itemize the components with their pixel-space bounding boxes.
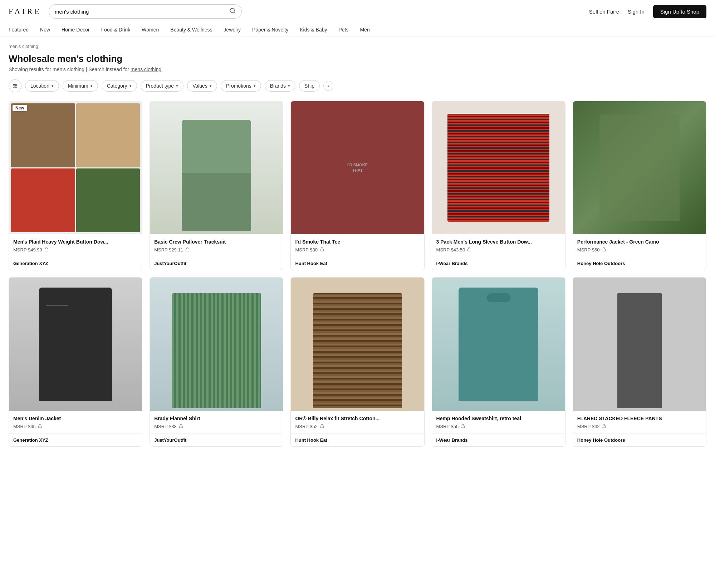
product-card[interactable]: Basic Crew Pullover Tracksuit MSRP $29.1… xyxy=(150,101,283,270)
product-name: 3 Pack Men's Long Sleeve Button Dow... xyxy=(436,239,561,245)
svg-rect-12 xyxy=(602,249,606,251)
nav-jewelry[interactable]: Jewelry xyxy=(224,27,241,33)
product-image xyxy=(432,101,565,234)
product-info: OR® Billy Relax fit Stretch Cotton... MS… xyxy=(291,411,424,433)
header-links: Sell on Faire Sign In Sign Up to Shop xyxy=(589,5,706,18)
product-msrp: MSRP $42 xyxy=(577,424,702,429)
filter-brands[interactable]: Brands ▾ xyxy=(265,80,295,92)
lock-icon xyxy=(461,424,465,429)
product-brand: Honey Hole Outdoors xyxy=(573,257,706,270)
breadcrumb: men's clothing xyxy=(9,44,706,49)
chevron-down-icon: ▾ xyxy=(90,84,93,88)
lock-icon xyxy=(320,247,324,253)
product-card[interactable]: Performance Jacket - Green Camo MSRP $60… xyxy=(573,101,706,270)
lock-icon xyxy=(179,424,183,429)
chevron-down-icon: ▾ xyxy=(288,84,290,88)
svg-line-1 xyxy=(234,12,235,13)
product-info: Brady Flannel Shirt MSRP $38 xyxy=(150,411,283,433)
nav-paper[interactable]: Paper & Novelty xyxy=(252,27,288,33)
nav-home-decor[interactable]: Home Decor xyxy=(62,27,90,33)
chevron-down-icon: ▾ xyxy=(129,84,132,88)
product-card[interactable]: New Men's Plaid Heavy Weight Button Dow.… xyxy=(9,101,142,270)
product-image: New xyxy=(9,101,142,234)
product-card[interactable]: Hemp Hooded Sweatshirt, retro teal MSRP … xyxy=(432,277,565,446)
product-brand: Generation XYZ xyxy=(9,257,142,270)
product-brand: I-Wear Brands xyxy=(432,257,565,270)
filter-product-type[interactable]: Product type ▾ xyxy=(141,80,184,92)
site-logo: FAIRE xyxy=(9,7,41,16)
product-info: 3 Pack Men's Long Sleeve Button Dow... M… xyxy=(432,234,565,257)
svg-rect-10 xyxy=(320,249,324,251)
svg-rect-16 xyxy=(461,426,465,428)
chevron-down-icon: ▾ xyxy=(52,84,54,88)
product-brand: Generation XYZ xyxy=(9,433,142,446)
nav-featured[interactable]: Featured xyxy=(9,27,29,33)
filter-minimum[interactable]: Minimum ▾ xyxy=(63,80,98,92)
nav-kids[interactable]: Kids & Baby xyxy=(300,27,327,33)
site-header: FAIRE Sell on Faire Sign In Sign Up to S… xyxy=(0,0,715,23)
new-badge: New xyxy=(13,105,27,111)
svg-point-5 xyxy=(14,84,15,85)
filter-scroll-right[interactable]: › xyxy=(323,81,333,91)
product-card[interactable]: I'D SMOKETHAT I'd Smoke That Tee MSRP $3… xyxy=(290,101,424,270)
product-card[interactable]: OR® Billy Relax fit Stretch Cotton... MS… xyxy=(290,277,424,446)
nav-beauty[interactable]: Beauty & Wellness xyxy=(170,27,212,33)
product-card[interactable]: 3 Pack Men's Long Sleeve Button Dow... M… xyxy=(432,101,565,270)
product-msrp: MSRP $43.50 xyxy=(436,247,561,253)
product-msrp: MSRP $30 xyxy=(295,247,420,253)
filter-category[interactable]: Category ▾ xyxy=(102,80,137,92)
product-brand: I-Wear Brands xyxy=(432,433,565,446)
signup-button[interactable]: Sign Up to Shop xyxy=(653,5,706,18)
lock-icon xyxy=(602,424,606,429)
product-brand: Honey Hole Outdoors xyxy=(573,433,706,446)
lock-icon xyxy=(44,247,49,253)
lock-icon xyxy=(185,247,190,253)
product-image xyxy=(432,278,565,411)
svg-rect-14 xyxy=(179,426,182,428)
product-msrp: MSRP $38 xyxy=(154,424,279,429)
search-subtitle: Showing results for men's clothing | Sea… xyxy=(9,67,706,72)
product-brand: JustYourOutfit xyxy=(150,433,283,446)
product-card[interactable]: FLARED STACKED FLEECE PANTS MSRP $42 Hon… xyxy=(573,277,706,446)
svg-point-7 xyxy=(14,87,15,88)
search-alt-link[interactable]: mens clothing xyxy=(131,67,161,72)
filter-values[interactable]: Values ▾ xyxy=(187,80,217,92)
nav-new[interactable]: New xyxy=(40,27,50,33)
product-image xyxy=(573,278,706,411)
product-msrp: MSRP $45 xyxy=(13,424,138,429)
nav-men[interactable]: Men xyxy=(360,27,370,33)
filter-promotions[interactable]: Promotions ▾ xyxy=(221,80,261,92)
product-info: FLARED STACKED FLEECE PANTS MSRP $42 xyxy=(573,411,706,433)
chevron-down-icon: ▾ xyxy=(176,84,178,88)
filter-bar: Location ▾ Minimum ▾ Category ▾ Product … xyxy=(9,79,706,92)
nav-food-drink[interactable]: Food & Drink xyxy=(101,27,131,33)
chevron-down-icon: ▾ xyxy=(254,84,256,88)
filter-ship[interactable]: Ship xyxy=(299,80,320,92)
nav-women[interactable]: Women xyxy=(142,27,159,33)
nav-pets[interactable]: Pets xyxy=(339,27,349,33)
product-name: Basic Crew Pullover Tracksuit xyxy=(154,239,279,245)
svg-rect-17 xyxy=(602,426,606,428)
product-msrp: MSRP $55 xyxy=(436,424,561,429)
search-bar[interactable] xyxy=(49,4,242,19)
product-info: I'd Smoke That Tee MSRP $30 xyxy=(291,234,424,257)
filter-location[interactable]: Location ▾ xyxy=(25,80,59,92)
product-name: Men's Denim Jacket xyxy=(13,415,138,422)
sell-on-faire-link[interactable]: Sell on Faire xyxy=(589,9,619,15)
product-image xyxy=(150,278,283,411)
chevron-down-icon: ▾ xyxy=(210,84,212,88)
svg-rect-15 xyxy=(320,426,324,428)
svg-point-6 xyxy=(15,85,16,87)
svg-rect-13 xyxy=(38,426,41,428)
product-image: I'D SMOKETHAT xyxy=(291,101,424,234)
lock-icon xyxy=(320,424,324,429)
product-card[interactable]: Men's Denim Jacket MSRP $45 Generation X… xyxy=(9,277,142,446)
product-name: Brady Flannel Shirt xyxy=(154,415,279,422)
product-info: Hemp Hooded Sweatshirt, retro teal MSRP … xyxy=(432,411,565,433)
product-card[interactable]: Brady Flannel Shirt MSRP $38 JustYourOut… xyxy=(150,277,283,446)
product-image xyxy=(9,278,142,411)
lock-icon xyxy=(38,424,42,429)
filter-toggle-button[interactable] xyxy=(9,79,21,92)
search-input[interactable] xyxy=(55,9,226,15)
sign-in-link[interactable]: Sign In xyxy=(628,9,645,15)
